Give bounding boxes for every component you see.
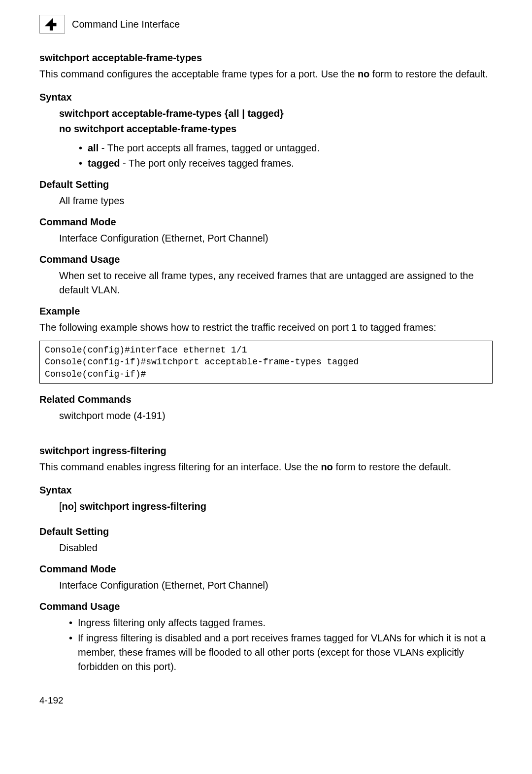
desc-text: form to restore the default. — [333, 461, 451, 472]
syntax-heading: Syntax — [39, 90, 493, 105]
desc-bold: no — [321, 461, 332, 472]
syntax-no: no — [62, 501, 74, 512]
command-usage-list: Ingress filtering only affects tagged fr… — [69, 616, 493, 674]
command-mode-value: Interface Configuration (Ethernet, Port … — [59, 231, 493, 246]
default-setting-value: Disabled — [59, 541, 493, 555]
related-commands-heading: Related Commands — [39, 392, 493, 407]
command-usage-heading: Command Usage — [39, 599, 493, 614]
command-title-acceptable-frame-types: switchport acceptable-frame-types — [39, 51, 493, 65]
syntax-line: no switchport acceptable-frame-types — [59, 122, 493, 136]
param-name: all — [88, 142, 99, 153]
command-title-ingress-filtering: switchport ingress-filtering — [39, 444, 493, 458]
header-title: Command Line Interface — [72, 17, 180, 32]
syntax-line: [no] switchport ingress-filtering — [59, 499, 493, 514]
desc-text: This command configures the acceptable f… — [39, 69, 358, 79]
related-commands-value: switchport mode (4-191) — [59, 409, 493, 423]
desc-bold: no — [358, 69, 369, 79]
example-intro-text: The following example shows how to restr… — [39, 320, 493, 335]
param-desc: - The port accepts all frames, tagged or… — [99, 142, 320, 153]
default-setting-value: All frame types — [59, 194, 493, 208]
command-mode-heading: Command Mode — [39, 562, 493, 576]
command-mode-value: Interface Configuration (Ethernet, Port … — [59, 578, 493, 593]
param-name: tagged — [88, 158, 120, 169]
list-item: Ingress filtering only affects tagged fr… — [69, 616, 493, 630]
command-description: This command enables ingress filtering f… — [39, 460, 493, 474]
example-code-block: Console(config)#interface ethernet 1/1 C… — [39, 341, 493, 384]
page-number: 4-192 — [39, 694, 493, 707]
syntax-heading: Syntax — [39, 483, 493, 497]
command-usage-text: When set to receive all frame types, any… — [59, 269, 493, 297]
parameter-list: all - The port accepts all frames, tagge… — [79, 141, 493, 171]
default-setting-heading: Default Setting — [39, 525, 493, 539]
syntax-line: switchport acceptable-frame-types {all |… — [59, 106, 493, 121]
page-header: Command Line Interface — [39, 15, 493, 34]
list-item: tagged - The port only receives tagged f… — [79, 156, 493, 171]
syntax-cmd: switchport ingress-filtering — [79, 501, 206, 512]
default-setting-heading: Default Setting — [39, 177, 493, 192]
list-item: all - The port accepts all frames, tagge… — [79, 141, 493, 155]
command-description: This command configures the acceptable f… — [39, 67, 493, 81]
command-mode-heading: Command Mode — [39, 215, 493, 229]
example-heading: Example — [39, 304, 493, 318]
desc-text: This command enables ingress filtering f… — [39, 461, 321, 472]
chapter-number-icon — [39, 15, 65, 34]
param-desc: - The port only receives tagged frames. — [120, 158, 294, 169]
list-item: If ingress filtering is disabled and a p… — [69, 631, 493, 674]
desc-text: form to restore the default. — [369, 69, 488, 79]
command-usage-heading: Command Usage — [39, 252, 493, 267]
